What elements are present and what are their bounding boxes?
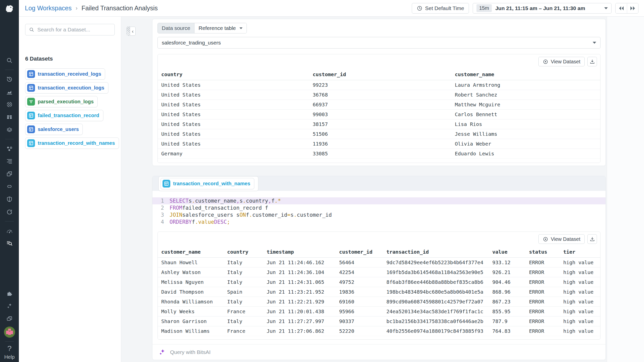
sidebar-item-layers[interactable] [4, 125, 15, 135]
dataset-pill[interactable]: transaction_received_logs [25, 68, 105, 80]
table-dataset-icon [27, 84, 35, 92]
table-row[interactable]: Rhonda WilliamsonItalyJun 21 11:22:21.92… [158, 297, 600, 306]
sidebar-item-log-workspaces[interactable] [4, 238, 15, 248]
column-header[interactable]: value [489, 246, 526, 257]
table-dataset-icon [27, 112, 35, 119]
table-row[interactable]: United States38157Lisa Rios [158, 119, 600, 129]
time-back-button[interactable] [616, 3, 627, 13]
column-header[interactable]: timestamp [263, 246, 336, 257]
dataset-pill[interactable]: transaction_execution_logs [25, 82, 108, 94]
user-avatar[interactable] [4, 327, 15, 338]
column-header[interactable]: tier [560, 246, 600, 257]
table-row[interactable]: David ThompsonSpainJun 21 11:23:21.95219… [158, 287, 600, 297]
table-cell: ERROR [526, 267, 560, 277]
time-shift-buttons [615, 3, 638, 14]
dataset-tag[interactable]: transaction_record_with_names [158, 176, 258, 191]
table-cell: 95966 [336, 306, 383, 316]
dataset-pill[interactable]: transaction_record_with_names [160, 178, 254, 189]
sidebar-item-integrations[interactable] [4, 288, 15, 299]
column-header[interactable]: customer_id [336, 246, 383, 257]
table-cell: United States [158, 129, 309, 139]
hexagons-icon [6, 145, 13, 152]
sidebar-item-help[interactable]: ? Help [0, 344, 19, 360]
sidebar-item-watchdog[interactable] [4, 112, 15, 122]
sidebar-item-service-map[interactable] [4, 144, 15, 154]
column-header[interactable]: country [158, 69, 309, 80]
table-row[interactable]: Shaun HowellItalyJun 21 11:24:46.1625646… [158, 257, 600, 267]
reference-table-select[interactable]: salesforce_trading_users [157, 37, 600, 49]
sidebar-item-search[interactable] [4, 55, 15, 66]
sql-line[interactable]: 3JOIN salesforce_users s ON f.customer_i… [152, 211, 606, 218]
column-header[interactable]: customer_name [451, 69, 600, 80]
dataset-pill[interactable]: failed_transaction_record [25, 110, 103, 121]
download-button[interactable] [587, 57, 597, 66]
bitsai-query-bar[interactable]: Query with BitsAI [152, 344, 606, 360]
table-row[interactable]: Molly WeeksFranceJun 21 11:20:01.4389596… [158, 306, 600, 316]
table-cell: Jun 21 11:24:31.065 [263, 277, 336, 287]
sidebar-item-history[interactable] [4, 74, 15, 84]
column-header[interactable]: status [526, 246, 560, 257]
sidebar-item-ai-assistant[interactable] [4, 301, 15, 311]
table-cell: Misty Lowe [158, 336, 224, 340]
table-row[interactable]: United States36768Robert Sanchez [158, 90, 600, 100]
sidebar-item-integrations-link[interactable] [4, 181, 15, 192]
dataset-pill-label: salesforce_users [38, 126, 79, 132]
line-number: 1 [152, 198, 164, 204]
sidebar-item-security[interactable] [4, 194, 15, 204]
sql-editor[interactable]: 1SELECT s.customer_name, s.country, f.*2… [152, 191, 606, 230]
sidebar-item-metrics[interactable] [4, 87, 15, 97]
table-row[interactable]: Ashley WatsonItalyJun 21 11:24:36.104422… [158, 267, 600, 277]
sql-line[interactable]: 1SELECT s.customer_name, s.country, f.* [152, 197, 606, 204]
sidebar-item-sync[interactable] [4, 207, 15, 217]
time-range-picker[interactable]: 15m Jun 21, 11:15 am – Jun 21, 11:30 am [473, 3, 612, 14]
set-default-time-button[interactable]: Set Default Time [412, 3, 469, 14]
table-row[interactable]: United States11936Olivia Weber [158, 139, 600, 149]
download-button[interactable] [587, 234, 597, 244]
time-forward-button[interactable] [627, 3, 638, 13]
puzzle-icon [6, 290, 13, 297]
table-cell: ERROR [526, 257, 560, 267]
collapse-panel-button[interactable]: ‹ [127, 27, 136, 36]
dataset-pill[interactable]: parsed_execution_logs [25, 96, 98, 107]
view-dataset-button[interactable]: View Dataset [538, 234, 585, 244]
table-row[interactable]: Misty LoweSpainJun 21 11:19:29.915420655… [158, 336, 600, 340]
chevron-down-icon [593, 42, 596, 44]
clock-icon [417, 5, 423, 11]
dataset-pill[interactable]: transaction_record_with_names [25, 138, 119, 149]
table-cell: 66937 [309, 100, 451, 109]
sql-line[interactable]: 2FROM failed_transaction_record f [152, 204, 606, 211]
sidebar-item-dashboards[interactable] [4, 169, 15, 179]
table-row[interactable]: United States99223Laura Armstrong [158, 80, 600, 90]
data-source-type-select[interactable]: Reference table [194, 23, 246, 33]
table-row[interactable]: United States66937Matthew Mcguire [158, 100, 600, 109]
download-icon [589, 236, 595, 242]
sidebar-item-logs[interactable] [4, 156, 15, 166]
filter-lines-icon [29, 99, 33, 104]
column-header[interactable]: customer_id [309, 69, 451, 80]
sidebar-item-gauge[interactable] [4, 226, 15, 236]
breadcrumb-log-workspaces[interactable]: Log Workspaces [25, 5, 72, 12]
table-row[interactable]: Germany33085Eduardo Lewis [158, 149, 600, 158]
table-row[interactable]: United States51506Jesse Williams [158, 129, 600, 139]
table-row[interactable]: United States99003Carlos Bennett [158, 109, 600, 119]
dataset-pill[interactable]: salesforce_users [25, 124, 83, 135]
table-cell: Spain [224, 287, 263, 297]
table-row[interactable]: Melissa NguyenItalyJun 21 11:24:31.06549… [158, 277, 600, 287]
table-row[interactable]: Sharon GarrisonItalyJun 21 11:27:27.9979… [158, 316, 600, 326]
app-sidenav: ? Help [0, 0, 19, 362]
table-row[interactable]: United States22586Donna Garcia [158, 158, 600, 163]
sidebar-item-apm[interactable] [4, 99, 15, 110]
table-cell: 545010192992420db19d974bcf021c5a [383, 336, 489, 340]
view-dataset-button[interactable]: View Dataset [538, 57, 585, 66]
column-header[interactable]: country [224, 246, 263, 257]
column-header[interactable]: customer_name [158, 246, 224, 257]
datadog-logo[interactable] [0, 0, 19, 17]
sidebar-item-copies[interactable] [4, 313, 15, 324]
table-cell: 36768 [309, 90, 451, 100]
dataset-search[interactable] [25, 24, 115, 35]
workspace-canvas: ‹ Data source Reference table salesforce… [121, 17, 607, 362]
column-header[interactable]: transaction_id [383, 246, 489, 257]
table-row[interactable]: Madison WilliamsFranceJun 21 11:27:06.86… [158, 326, 600, 336]
dataset-search-input[interactable] [37, 27, 111, 33]
sql-line[interactable]: 4ORDER BY f.value DESC; [152, 218, 606, 225]
